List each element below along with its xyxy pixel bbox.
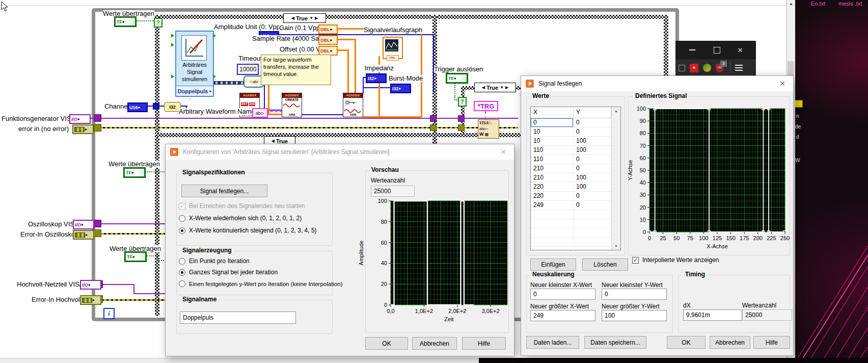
visa-write-node[interactable]: VISA↻ abc⌁ W ▦ bbox=[478, 119, 499, 139]
table-row[interactable] bbox=[531, 247, 620, 256]
column-header-y[interactable]: Y bbox=[574, 107, 611, 118]
tf-terminal[interactable]: TF▸ bbox=[446, 73, 468, 83]
x-repeat-radio[interactable]: X-Werte wiederholen sich (0, 1, 2, 0, 1,… bbox=[179, 215, 302, 222]
table-row[interactable]: 2200 bbox=[531, 192, 620, 201]
trigger-case-selector[interactable]: ◀ True ▼ ▶ bbox=[474, 83, 516, 92]
wire-wg[interactable] bbox=[136, 20, 154, 21]
visa-terminal[interactable]: I/O▸ bbox=[69, 114, 91, 124]
xy-table[interactable]: X Y 001001010011010011002100210100220100… bbox=[530, 107, 621, 250]
wire-we[interactable] bbox=[92, 233, 166, 235]
table-cell[interactable]: 100 bbox=[574, 183, 611, 191]
table-cell[interactable]: 249 bbox=[531, 201, 574, 210]
dbl-terminal[interactable]: DBL▸ bbox=[318, 35, 338, 45]
wire-wo[interactable] bbox=[268, 80, 269, 115]
table-cell[interactable]: 0 bbox=[574, 192, 611, 200]
fixed-y-radio[interactable]: Einen festgelegten y-Wert pro Iteration … bbox=[179, 280, 343, 287]
close-icon[interactable]: ✕ bbox=[733, 41, 748, 59]
help-button[interactable]: Hilfe bbox=[753, 336, 790, 349]
wire-wg[interactable] bbox=[144, 171, 166, 172]
wire-we[interactable] bbox=[100, 127, 430, 128]
wire-wp[interactable] bbox=[465, 118, 518, 119]
cancel-button[interactable]: Abbrechen bbox=[710, 336, 750, 349]
i32-terminal[interactable]: I32▸ bbox=[390, 84, 411, 93]
shield-icon[interactable]: UD 3 bbox=[716, 64, 723, 72]
scroll-up-icon[interactable]: ▲ bbox=[787, 0, 795, 8]
wire-wp[interactable] bbox=[133, 293, 166, 294]
scrollbar-thumb[interactable] bbox=[788, 61, 794, 75]
min-y-input[interactable]: 0 bbox=[602, 289, 667, 300]
timeout-constant[interactable]: 10000 bbox=[237, 64, 259, 75]
wire-tunnel[interactable] bbox=[94, 124, 101, 132]
max-y-input[interactable]: 100 bbox=[602, 310, 667, 321]
close-icon[interactable]: ✕ bbox=[777, 79, 788, 89]
table-header[interactable]: X Y bbox=[531, 107, 620, 118]
trg-string-constant[interactable]: *TRG bbox=[474, 101, 498, 111]
table-cell[interactable]: 0 bbox=[531, 118, 574, 127]
wire-wp[interactable] bbox=[436, 118, 459, 119]
case-prev-icon[interactable]: ◀ bbox=[291, 16, 294, 20]
dbl-terminal[interactable]: DBL▸ bbox=[318, 24, 338, 34]
wire-tunnel[interactable] bbox=[430, 124, 437, 131]
daten-laden-button[interactable]: Daten laden... bbox=[526, 336, 579, 349]
whole-signal-radio[interactable]: Ganzes Signal bei jeder Iteration bbox=[179, 269, 278, 276]
table-cell[interactable] bbox=[531, 219, 574, 228]
case-input-tunnel[interactable]: ? bbox=[154, 18, 162, 28]
einfuegen-button[interactable]: Einfügen bbox=[530, 258, 576, 271]
table-rows[interactable]: 0010010100110100110021002101002201002200… bbox=[531, 118, 620, 256]
wire-wp[interactable] bbox=[98, 284, 134, 285]
case-next-icon[interactable]: ▶ bbox=[505, 85, 508, 90]
case-selector-value[interactable]: True bbox=[296, 15, 308, 21]
help-button[interactable]: Hilfe bbox=[462, 337, 506, 350]
case-input-tunnel[interactable]: ? bbox=[458, 97, 467, 107]
table-cell[interactable] bbox=[574, 228, 611, 237]
wire-wp[interactable] bbox=[100, 118, 430, 119]
table-cell[interactable] bbox=[531, 228, 574, 237]
case-prev-icon[interactable]: ◀ bbox=[482, 85, 485, 90]
wire-wp[interactable] bbox=[100, 223, 166, 224]
error-cluster-terminal[interactable]: ▸ bbox=[72, 124, 94, 134]
table-cell[interactable]: 10 bbox=[531, 127, 574, 136]
desktop-file-label[interactable]: Eo.txt bbox=[811, 1, 825, 7]
globe-icon[interactable] bbox=[703, 64, 711, 72]
case-selector-value[interactable]: True bbox=[486, 85, 498, 91]
tf-terminal[interactable]: TF▸ bbox=[115, 17, 136, 27]
table-cell[interactable]: 100 bbox=[574, 137, 611, 145]
case-dropdown-icon[interactable]: ▼ bbox=[309, 16, 313, 20]
wire-wg[interactable] bbox=[454, 82, 455, 98]
wire-tunnel[interactable] bbox=[94, 229, 101, 237]
channel-u16-terminal[interactable]: U16▸ bbox=[127, 102, 148, 112]
radio-icon[interactable] bbox=[179, 280, 185, 287]
dx-input[interactable]: 9,9601m bbox=[683, 309, 742, 321]
daten-speichern-button[interactable]: Daten speichern... bbox=[584, 336, 646, 349]
table-cell[interactable]: 0 bbox=[574, 201, 611, 210]
min-x-input[interactable]: 0 bbox=[530, 289, 595, 300]
checkbox-checked-icon[interactable]: ✓ bbox=[632, 257, 639, 264]
menu-icon[interactable] bbox=[735, 65, 743, 71]
column-header-x[interactable]: X bbox=[531, 107, 574, 118]
table-row[interactable]: 00 bbox=[531, 118, 620, 127]
max-x-input[interactable]: 249 bbox=[530, 310, 595, 321]
case-structure-border-top[interactable] bbox=[156, 15, 667, 19]
table-row[interactable] bbox=[531, 219, 620, 228]
tf-terminal[interactable]: TF▸ bbox=[124, 168, 145, 177]
wire-tunnel[interactable] bbox=[430, 115, 437, 122]
case-selector-value[interactable]: True bbox=[276, 138, 288, 144]
wire-wb[interactable] bbox=[363, 87, 391, 88]
scroll-down-icon[interactable]: ▼ bbox=[612, 242, 620, 250]
table-cell[interactable]: 220 bbox=[531, 192, 574, 200]
table-cell[interactable]: 0 bbox=[574, 118, 611, 127]
table-cell[interactable]: 100 bbox=[574, 173, 611, 182]
table-cell[interactable] bbox=[574, 238, 611, 246]
case-dropdown-icon[interactable]: ▼ bbox=[500, 85, 504, 90]
loeschen-button[interactable]: Löschen bbox=[582, 258, 628, 271]
signal-festlegen-button[interactable]: Signal festlegen... bbox=[181, 185, 267, 197]
table-cell[interactable]: 220 bbox=[531, 183, 574, 191]
ag3352x-create-arb-vi[interactable]: AG3352X CREATE ARB bbox=[282, 93, 302, 117]
ok-button[interactable]: OK bbox=[667, 336, 706, 349]
table-cell[interactable]: 110 bbox=[531, 155, 574, 164]
wire-wo[interactable] bbox=[268, 114, 282, 115]
table-cell[interactable]: 0 bbox=[574, 164, 611, 173]
table-cell[interactable]: 0 bbox=[574, 155, 611, 164]
table-row[interactable]: 210100 bbox=[531, 173, 620, 183]
table-scrollbar[interactable]: ▲ ▼ bbox=[611, 107, 620, 250]
